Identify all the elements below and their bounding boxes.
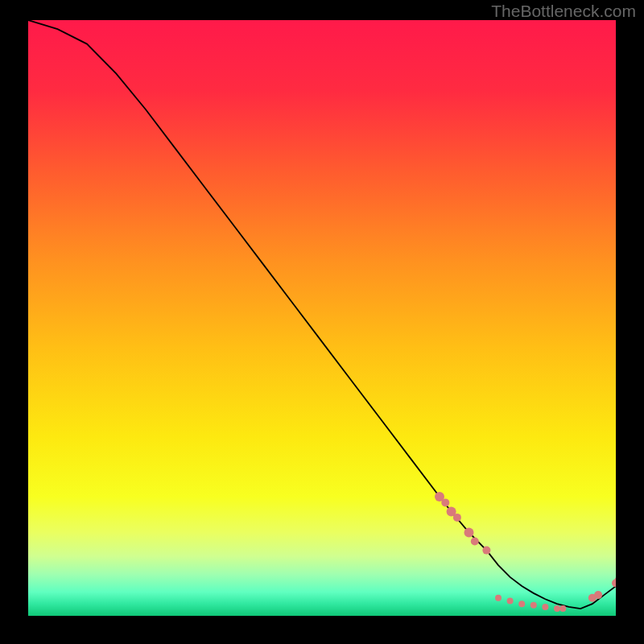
data-marker <box>482 547 490 555</box>
data-markers <box>435 492 616 612</box>
data-marker <box>507 598 514 605</box>
data-marker <box>559 605 566 612</box>
data-marker <box>518 601 525 607</box>
chart-svg <box>28 20 616 616</box>
watermark-text: TheBottleneck.com <box>491 2 636 21</box>
data-marker <box>495 595 502 601</box>
bottleneck-curve <box>28 20 616 609</box>
data-marker <box>453 514 461 522</box>
data-marker <box>594 591 602 599</box>
data-marker <box>542 604 548 610</box>
data-marker <box>441 498 449 506</box>
data-marker <box>530 602 537 609</box>
data-marker <box>464 527 474 537</box>
plot-area <box>28 20 616 616</box>
data-marker <box>554 605 560 612</box>
data-marker <box>471 538 479 546</box>
